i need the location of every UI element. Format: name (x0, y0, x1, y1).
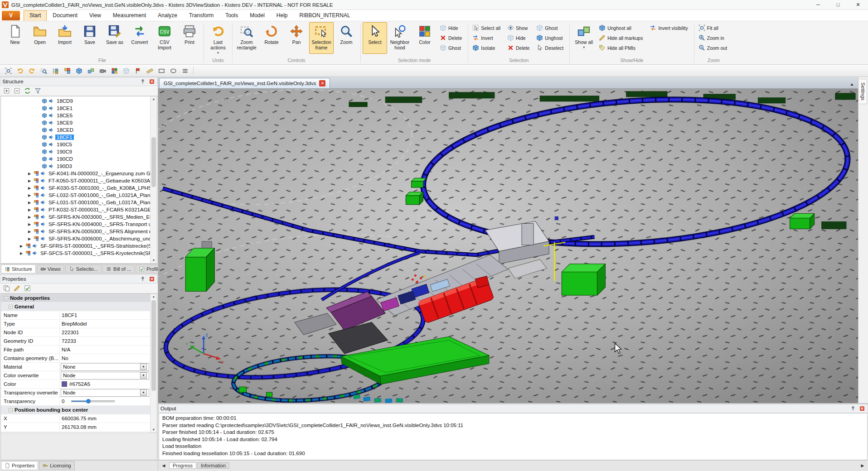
convert-button[interactable]: Convert (127, 22, 152, 54)
rotate-button[interactable]: Rotate (259, 22, 284, 54)
edit-properties-icon[interactable] (12, 284, 21, 293)
tree-item[interactable]: ▶ SF-K041-IN-0000002_-_Ergaenzung zum Ge… (1, 170, 150, 177)
pin-icon[interactable] (139, 276, 146, 283)
sync-selection-icon[interactable] (23, 87, 32, 95)
visibility-icon[interactable] (48, 142, 54, 147)
show-button[interactable]: Show (505, 23, 533, 33)
tree-item[interactable]: ▶ SF-SFRS-KN-0003000_-_SFRS_Medien_Elekt… (1, 213, 150, 221)
open-button[interactable]: Open (28, 22, 52, 54)
expander-icon[interactable]: ▶ (28, 230, 32, 234)
zoom-in-button[interactable]: Zoom in (696, 33, 731, 43)
expander-icon[interactable]: ▶ (28, 179, 32, 183)
tab-model[interactable]: Model (244, 10, 271, 21)
3d-scene[interactable]: Z X Y (158, 89, 858, 403)
print-button[interactable]: Print (177, 22, 202, 54)
hide-mode-button[interactable]: Hide (437, 23, 466, 33)
color-mode-icon[interactable] (109, 66, 120, 76)
filter-properties-icon[interactable] (23, 284, 32, 293)
unghost-button[interactable]: Unghost (534, 33, 567, 43)
ghost-button[interactable]: Ghost (534, 23, 567, 33)
property-row[interactable]: General ▼ (1, 303, 150, 311)
scroll-up-icon[interactable]: ▲ (150, 294, 157, 299)
property-value[interactable]: 0 ▼ (60, 397, 150, 405)
save-button[interactable]: Save (78, 22, 102, 54)
ghost-mode-button[interactable]: Ghost (437, 43, 466, 53)
tree-item[interactable]: ▶ PT-K032-ST-0000031_-_FCAR5 K0321AGE10 … (1, 206, 150, 213)
tree-item[interactable]: ▶ 18CE9 (1, 119, 150, 126)
collapse-all-icon[interactable] (12, 87, 21, 95)
property-value[interactable]: No ▼ (60, 354, 150, 362)
tab-document[interactable]: Document (47, 10, 83, 21)
property-value[interactable]: Node ▼ (61, 372, 149, 380)
scroll-down-icon[interactable]: ▼ (150, 258, 157, 263)
expander-icon[interactable]: ▶ (28, 215, 32, 219)
hide-button[interactable]: Hide (505, 33, 533, 43)
transparency-slider[interactable] (71, 400, 115, 402)
tree-item[interactable]: ▶ 190C5 (1, 141, 150, 148)
property-value[interactable]: 261763.08 mm ▼ (60, 423, 150, 431)
zoom-rectangle-button[interactable]: Zoom rectangle (234, 22, 259, 54)
delete-button[interactable]: Delete (505, 43, 533, 53)
tree-item[interactable]: ▶ SF-SFRS-KN-0004000_-_SFRS-Transport un… (1, 221, 150, 228)
tree-item[interactable]: ▶ 18CE1 (1, 105, 150, 112)
property-value[interactable]: N/A ▼ (60, 346, 150, 354)
expander-icon[interactable]: ▶ (28, 172, 32, 176)
visibility-icon[interactable] (32, 250, 38, 256)
property-row[interactable]: Y 261763.08 mm ▼ (1, 423, 150, 432)
tree-item[interactable]: ▶ FT-K050-ST-0000011_-_Gebaeude K0503A H… (1, 177, 150, 184)
tree-item[interactable]: ▶ 18CD9 (1, 97, 150, 105)
neighborhood-button[interactable]: Neighbor hood (388, 22, 412, 54)
visibility-icon[interactable] (40, 214, 46, 220)
property-row[interactable]: Node properties ▼ (1, 294, 150, 303)
delete-mode-button[interactable]: Delete (437, 33, 466, 43)
select-button[interactable]: Select (363, 22, 387, 54)
tree-item[interactable]: ▶ SF-SFRS-ST-0000001_-_SFRS-Strahlstreck… (1, 242, 150, 250)
scroll-tabs-right-icon[interactable]: ▶ (858, 461, 867, 470)
draw-circle-icon[interactable] (168, 66, 179, 76)
tree-item[interactable]: ▶ SF-L031-ST-0001000_-_Geb_L0317A_Planun… (1, 199, 150, 206)
property-row[interactable]: Type BrepModel ▼ (1, 320, 150, 328)
collapse-icon[interactable] (4, 296, 9, 301)
property-row[interactable]: Geometry ID 72233 ▼ (1, 337, 150, 346)
tree-item[interactable]: ▶ 18CE5 (1, 112, 150, 119)
tree-item[interactable]: ▶ SF-SFRS-KN-0005000_-_SFRS Alignment un… (1, 228, 150, 235)
visibility-icon[interactable] (40, 178, 46, 183)
redo-icon[interactable] (26, 66, 37, 76)
tree-item[interactable]: ▶ 190C9 (1, 148, 150, 155)
property-value[interactable]: #6752A5 ▼ (60, 380, 150, 388)
close-panel-icon[interactable] (148, 276, 155, 283)
tab-properties[interactable]: Properties (1, 461, 38, 470)
tree-item[interactable]: ▶ SF-SFCS-ST-0000001_-_SFRS-Kryotechnik(… (1, 250, 150, 257)
color-button[interactable]: Color (412, 22, 437, 54)
visibility-icon[interactable] (48, 163, 54, 169)
fit-all-button[interactable]: Fit all (696, 23, 731, 33)
tab-progress[interactable]: Progress (169, 462, 196, 469)
filter-icon[interactable] (33, 87, 42, 95)
property-row[interactable]: Transparency 0 ▼ (1, 397, 150, 406)
undo-icon[interactable] (15, 66, 25, 76)
property-value[interactable]: BrepModel ▼ (60, 320, 150, 328)
tab-ribbon-internal[interactable]: RIBBON_INTERNAL (294, 10, 356, 21)
property-row[interactable]: Transparency overwrite Node ▼ (1, 389, 150, 397)
csv-import-button[interactable]: CSV Import (152, 22, 177, 54)
visibility-icon[interactable] (48, 98, 54, 104)
property-value[interactable]: 222301 ▼ (60, 328, 150, 336)
property-row[interactable]: File path N/A ▼ (1, 346, 150, 354)
property-row[interactable]: Node ID 222301 ▼ (1, 328, 150, 337)
visibility-icon[interactable] (40, 171, 46, 176)
scroll-thumb[interactable] (151, 137, 156, 187)
property-row[interactable]: X 660036.75 mm ▼ (1, 414, 150, 423)
tree-item[interactable]: ▶ 190D3 (1, 163, 150, 170)
tab-transform[interactable]: Transform (183, 10, 219, 21)
tab-tools[interactable]: Tools (219, 10, 244, 21)
pan-button[interactable]: Pan (284, 22, 309, 54)
property-row[interactable]: Contains geometry (B... No ▼ (1, 354, 150, 363)
tab-measurement[interactable]: Measurement (107, 10, 152, 21)
expand-all-icon[interactable] (2, 87, 11, 95)
tab-bill-of-material[interactable]: Bill of ... (102, 264, 135, 274)
pin-icon[interactable] (139, 78, 146, 85)
invert-button[interactable]: Invert (470, 33, 504, 43)
hide-all-pmis-button[interactable]: Hide all PMIs (596, 43, 647, 53)
expander-icon[interactable]: ▶ (28, 237, 32, 241)
flag-icon[interactable] (132, 66, 143, 76)
